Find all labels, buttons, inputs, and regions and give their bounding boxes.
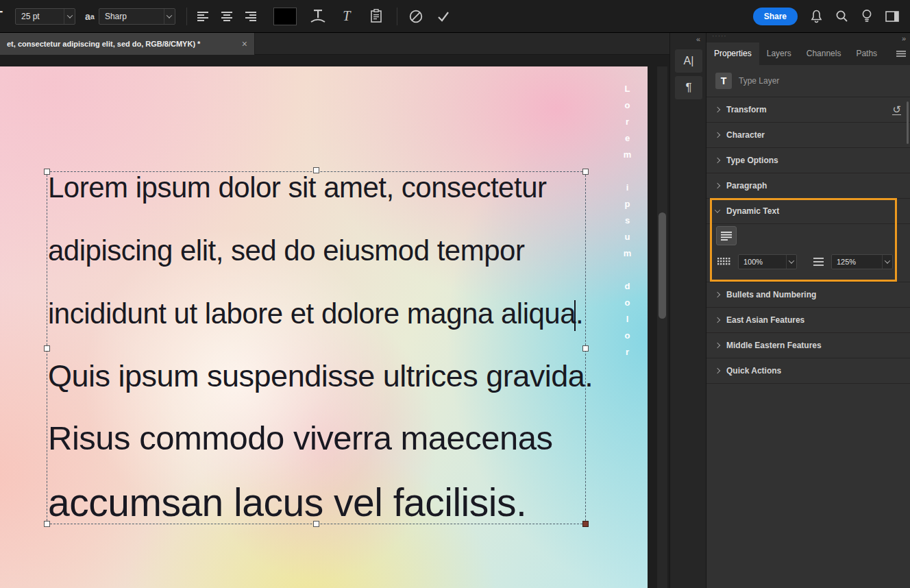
text-style-button[interactable]: T <box>338 7 356 26</box>
document-tab[interactable]: et, consectetur adipiscing elit, sed do,… <box>0 33 255 55</box>
workspace-button[interactable] <box>885 7 899 26</box>
dynamic-text-toggle-button[interactable] <box>716 226 737 245</box>
section-paragraph[interactable]: Paragraph <box>706 173 910 199</box>
topbar-right-group: Share <box>753 7 899 26</box>
character-paragraph-panels-icon <box>369 9 383 23</box>
align-left-icon <box>197 11 210 22</box>
section-label: East Asian Features <box>726 315 804 325</box>
checkmark-icon <box>436 10 451 23</box>
section-east-asian[interactable]: East Asian Features <box>706 308 910 333</box>
search-icon <box>835 10 848 23</box>
text-scale-select[interactable]: 100% <box>738 254 797 269</box>
type-tool-letter: T <box>0 8 3 24</box>
tab-properties[interactable]: Properties <box>706 42 759 65</box>
line-spacing-chevron[interactable] <box>882 255 892 269</box>
section-label: Transform <box>726 105 767 114</box>
script-type-icon: T <box>343 8 350 24</box>
canvas-area: Lorem ipsum dolor sit amet, consectetur … <box>0 55 669 588</box>
expand-panels-icon[interactable]: « <box>696 35 699 43</box>
align-right-icon <box>244 11 256 22</box>
collapse-panels-icon[interactable]: » <box>902 34 905 42</box>
chevron-right-icon <box>715 343 720 348</box>
transform-handle[interactable] <box>582 521 589 527</box>
align-right-button[interactable] <box>241 7 260 26</box>
section-middle-eastern[interactable]: Middle Eastern Features <box>706 333 910 358</box>
commit-edits-button[interactable] <box>433 7 454 26</box>
transform-handle[interactable] <box>44 345 50 352</box>
document-tab-title: et, consectetur adipiscing elit, sed do,… <box>7 40 236 48</box>
type-options-bar: T 25 pt aa Sharp <box>0 0 910 33</box>
warp-text-button[interactable] <box>308 7 328 26</box>
notifications-button[interactable] <box>810 7 823 26</box>
chevron-right-icon <box>715 292 720 297</box>
tab-layers[interactable]: Layers <box>759 42 799 65</box>
tab-channels[interactable]: Channels <box>799 42 849 65</box>
close-tab-icon[interactable]: × <box>242 39 247 49</box>
paragraph-panel-button[interactable]: ¶ <box>675 76 702 99</box>
chevron-down-icon <box>167 12 172 18</box>
panel-tab-bar: Properties Layers Channels Paths <box>706 42 910 65</box>
section-label: Paragraph <box>726 181 767 191</box>
properties-panel: ····· » Properties Layers Channels Paths… <box>706 33 910 588</box>
align-center-icon <box>221 11 233 22</box>
toggle-panels-button[interactable] <box>367 7 386 26</box>
transform-handle[interactable] <box>582 345 589 352</box>
scale-chevron[interactable] <box>786 255 796 269</box>
leading-icon <box>813 258 824 266</box>
lightbulb-icon <box>861 9 873 23</box>
font-size-select[interactable]: 25 pt <box>15 8 75 25</box>
text-bounding-box[interactable] <box>47 171 586 524</box>
character-panel-button[interactable]: A| <box>675 49 702 73</box>
collapsed-panel-dock: « A| ¶ <box>669 33 706 588</box>
dynamic-text-content: 100% 125% <box>706 224 910 282</box>
character-panel-icon: A| <box>684 55 694 67</box>
text-scale-value: 100% <box>739 258 786 266</box>
chevron-down-icon <box>885 258 890 263</box>
transform-handle[interactable] <box>44 169 50 175</box>
font-size-chevron[interactable] <box>64 9 75 24</box>
align-center-button[interactable] <box>217 7 236 26</box>
align-left-button[interactable] <box>194 7 213 26</box>
discover-button[interactable] <box>861 7 873 26</box>
panel-header-strip: ····· » <box>706 33 910 42</box>
layer-type-header: T Type Layer <box>706 65 910 97</box>
section-type-options[interactable]: Type Options <box>706 148 910 173</box>
reset-transform-icon[interactable]: ↺ <box>892 104 901 115</box>
section-label: Quick Actions <box>726 366 781 376</box>
panel-grip-dots: ····· <box>712 32 727 40</box>
section-character[interactable]: Character <box>706 123 910 148</box>
chevron-down-icon <box>66 12 72 18</box>
section-transform[interactable]: Transform ↺ <box>706 97 910 123</box>
search-button[interactable] <box>835 7 848 26</box>
chevron-right-icon <box>715 158 720 163</box>
anti-alias-select[interactable]: Sharp <box>99 8 175 25</box>
document-canvas[interactable]: Lorem ipsum dolor sit amet, consectetur … <box>0 66 648 588</box>
anti-alias-chevron[interactable] <box>164 9 175 24</box>
transform-handle[interactable] <box>44 521 50 527</box>
scrollbar-thumb[interactable] <box>659 212 666 319</box>
paragraph-panel-icon: ¶ <box>685 81 691 95</box>
section-label: Middle Eastern Features <box>726 341 822 350</box>
text-color-swatch[interactable] <box>273 8 297 25</box>
type-layer-badge: T <box>715 73 732 89</box>
transform-handle[interactable] <box>582 169 589 175</box>
cancel-icon <box>408 9 423 24</box>
layer-type-label: Type Layer <box>739 76 779 86</box>
warp-text-icon <box>309 8 327 25</box>
panel-scrollbar-thumb[interactable] <box>907 101 909 144</box>
line-spacing-select[interactable]: 125% <box>831 254 893 269</box>
tab-paths[interactable]: Paths <box>848 42 885 65</box>
section-bullets-numbering[interactable]: Bullets and Numbering <box>706 282 910 308</box>
anti-alias-value: Sharp <box>99 12 164 21</box>
transform-handle[interactable] <box>313 167 319 173</box>
bell-icon <box>810 10 823 23</box>
canvas-vertical-scrollbar[interactable] <box>656 66 667 588</box>
section-quick-actions[interactable]: Quick Actions <box>706 358 910 384</box>
vertical-text-layer[interactable]: Lorem ipsum dolor <box>622 84 632 363</box>
panel-menu-button[interactable] <box>896 51 906 57</box>
type-tool-icon[interactable]: T <box>0 8 8 25</box>
transform-handle[interactable] <box>313 521 319 527</box>
cancel-edits-button[interactable] <box>406 7 426 26</box>
share-button[interactable]: Share <box>753 8 798 25</box>
section-dynamic-text[interactable]: Dynamic Text <box>706 199 910 224</box>
